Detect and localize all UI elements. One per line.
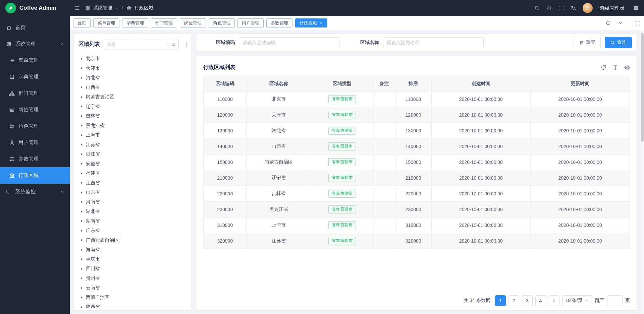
table-row[interactable]: 110000北京市省市/直辖市1100002020-10-01 00:00:00… bbox=[204, 91, 630, 107]
next-page-button[interactable] bbox=[549, 295, 559, 306]
table-settings-gear-icon[interactable] bbox=[624, 65, 630, 70]
caret-right-icon[interactable] bbox=[80, 238, 84, 242]
tree-item[interactable]: 湖北省 bbox=[78, 207, 186, 216]
tab-menu-chevron-icon[interactable] bbox=[614, 19, 626, 27]
tree-item[interactable]: 江苏省 bbox=[78, 140, 186, 150]
tab-8[interactable]: 行政区域 bbox=[295, 18, 327, 27]
caret-right-icon[interactable] bbox=[80, 162, 84, 166]
jump-page-input[interactable] bbox=[607, 295, 623, 306]
settings-gear-icon[interactable] bbox=[633, 5, 639, 11]
table-row[interactable]: 120000天津市省市/直辖市1200002020-10-01 00:00:00… bbox=[204, 107, 630, 123]
caret-right-icon[interactable] bbox=[80, 85, 84, 89]
tree-item[interactable]: 河北省 bbox=[78, 73, 186, 83]
sidebar-item-user-management[interactable]: 用户管理 bbox=[0, 134, 70, 151]
tree-item[interactable]: 江西省 bbox=[78, 178, 186, 188]
search-icon[interactable] bbox=[168, 42, 176, 47]
tab-5[interactable]: 角色管理 bbox=[209, 18, 235, 27]
tree-item[interactable]: 内蒙古自治区 bbox=[78, 92, 186, 102]
sidebar-item-post-management[interactable]: 岗位管理 bbox=[0, 102, 70, 118]
caret-right-icon[interactable] bbox=[80, 286, 84, 290]
tree-item[interactable]: 湖南省 bbox=[78, 216, 186, 226]
refresh-table-icon[interactable] bbox=[601, 65, 606, 70]
tab-0[interactable]: 首页 bbox=[73, 18, 91, 27]
tree-item[interactable]: 山东省 bbox=[78, 188, 186, 197]
tree-item[interactable]: 陕西省 bbox=[78, 302, 186, 308]
table-row[interactable]: 150000内蒙古自治区省市/直辖市1500002020-10-01 00:00… bbox=[204, 154, 630, 170]
tree-more-menu-icon[interactable] bbox=[183, 41, 190, 48]
tree-item[interactable]: 四川省 bbox=[78, 264, 186, 274]
caret-right-icon[interactable] bbox=[80, 143, 84, 146]
sidebar-item-system-monitor[interactable]: 系统监控 bbox=[0, 184, 70, 200]
page-size-select[interactable]: 10 条/页 bbox=[562, 295, 592, 306]
tree-item[interactable]: 黑龙江省 bbox=[78, 121, 186, 131]
caret-right-icon[interactable] bbox=[80, 105, 84, 108]
table-row[interactable]: 310000上海市省市/直辖市3100002020-10-01 00:00:00… bbox=[204, 217, 630, 233]
caret-right-icon[interactable] bbox=[80, 229, 84, 233]
collapse-sidebar-icon[interactable] bbox=[74, 5, 80, 11]
sidebar-item-menu-management[interactable]: 菜单管理 bbox=[0, 52, 70, 69]
page-button-1[interactable]: 1 bbox=[495, 295, 506, 306]
tree-item[interactable]: 贵州省 bbox=[78, 274, 186, 284]
column-width-icon[interactable] bbox=[612, 65, 618, 70]
tree-item[interactable]: 安徽省 bbox=[78, 159, 186, 169]
table-row[interactable]: 210000辽宁省省市/直辖市2100002020-10-01 00:00:00… bbox=[204, 170, 630, 186]
table-row[interactable]: 220000吉林省省市/直辖市2200002020-10-01 00:00:00… bbox=[204, 186, 630, 202]
translate-icon[interactable] bbox=[571, 5, 576, 11]
page-button-3[interactable]: 3 bbox=[522, 295, 533, 306]
tab-7[interactable]: 参数管理 bbox=[266, 18, 292, 27]
sidebar-item-admin-region[interactable]: 行政区域 bbox=[0, 167, 70, 184]
table-row[interactable]: 230000黑龙江省省市/直辖市2300002020-10-01 00:00:0… bbox=[204, 202, 630, 217]
region-name-input[interactable] bbox=[383, 37, 484, 48]
tree-item[interactable]: 吉林省 bbox=[78, 111, 186, 121]
tree-item[interactable]: 广东省 bbox=[78, 226, 186, 236]
table-row[interactable]: 130000河北省省市/直辖市1300002020-10-01 00:00:00… bbox=[204, 123, 630, 139]
sidebar-item-system-management[interactable]: 系统管理 bbox=[0, 36, 70, 52]
region-code-input[interactable] bbox=[239, 37, 339, 48]
caret-right-icon[interactable] bbox=[80, 210, 84, 213]
caret-right-icon[interactable] bbox=[80, 76, 84, 80]
tree-item[interactable]: 北京市 bbox=[78, 54, 186, 64]
breadcrumb-item-system[interactable]: 系统管理 bbox=[93, 5, 112, 11]
tree-item[interactable]: 云南省 bbox=[78, 283, 186, 293]
caret-right-icon[interactable] bbox=[80, 181, 84, 185]
sidebar-item-home[interactable]: 首页 bbox=[0, 19, 70, 36]
caret-right-icon[interactable] bbox=[80, 124, 84, 127]
caret-right-icon[interactable] bbox=[80, 95, 84, 99]
caret-right-icon[interactable] bbox=[80, 248, 84, 252]
tab-3[interactable]: 部门管理 bbox=[151, 18, 177, 27]
tab-4[interactable]: 岗位管理 bbox=[180, 18, 206, 27]
page-button-4[interactable]: 4 bbox=[535, 295, 546, 306]
page-button-2[interactable]: 2 bbox=[508, 295, 519, 306]
current-user-name[interactable]: 超级管理员 bbox=[599, 5, 625, 11]
caret-right-icon[interactable] bbox=[80, 257, 84, 261]
tree-item[interactable]: 山西省 bbox=[78, 83, 186, 92]
tree-item[interactable]: 海南省 bbox=[78, 245, 186, 255]
caret-right-icon[interactable] bbox=[80, 305, 84, 308]
tree-item[interactable]: 天津市 bbox=[78, 64, 186, 73]
sidebar-item-dict-management[interactable]: 字典管理 bbox=[0, 69, 70, 85]
caret-right-icon[interactable] bbox=[80, 191, 84, 194]
caret-right-icon[interactable] bbox=[80, 219, 84, 223]
tree-item[interactable]: 西藏自治区 bbox=[78, 293, 186, 303]
fullscreen-icon[interactable] bbox=[558, 5, 564, 11]
tree-item[interactable]: 广西壮族自治区 bbox=[78, 236, 186, 245]
vertical-scrollbar[interactable] bbox=[641, 30, 644, 314]
tree-search-input[interactable] bbox=[107, 42, 166, 47]
tab-1[interactable]: 菜单管理 bbox=[93, 18, 119, 27]
sidebar-item-param-management[interactable]: 参数管理 bbox=[0, 151, 70, 167]
caret-right-icon[interactable] bbox=[80, 267, 84, 271]
caret-right-icon[interactable] bbox=[80, 200, 84, 204]
search-icon[interactable] bbox=[534, 5, 540, 11]
refresh-tabs-icon[interactable] bbox=[602, 19, 614, 27]
caret-right-icon[interactable] bbox=[80, 172, 84, 175]
reset-button[interactable]: 重置 bbox=[574, 37, 601, 48]
tree-item[interactable]: 辽宁省 bbox=[78, 102, 186, 112]
bell-icon[interactable] bbox=[546, 5, 552, 11]
caret-right-icon[interactable] bbox=[80, 152, 84, 156]
tab-2[interactable]: 字典管理 bbox=[122, 18, 148, 27]
sidebar-item-role-management[interactable]: 角色管理 bbox=[0, 118, 70, 134]
table-row[interactable]: 320000江苏省省市/直辖市3200002020-10-01 00:00:00… bbox=[204, 233, 630, 249]
tree-item[interactable]: 福建省 bbox=[78, 169, 186, 178]
tree-item[interactable]: 上海市 bbox=[78, 130, 186, 140]
caret-right-icon[interactable] bbox=[80, 57, 84, 61]
